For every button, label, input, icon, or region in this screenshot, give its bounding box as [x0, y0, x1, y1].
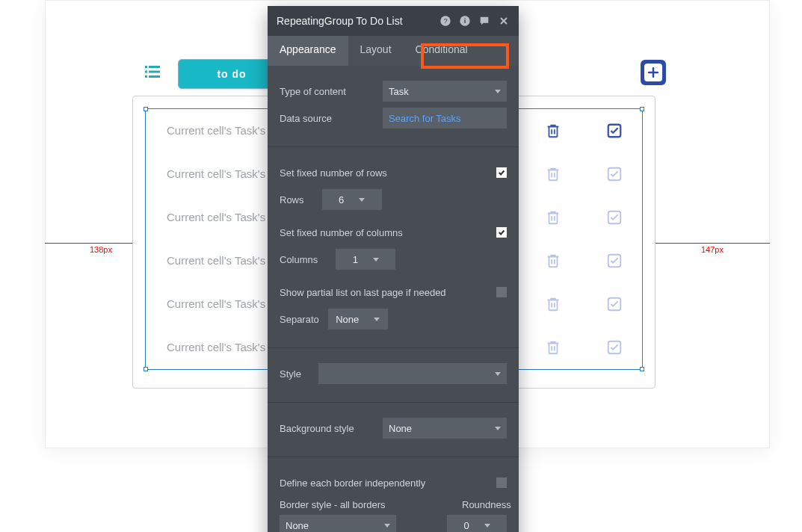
rows-label: Rows [280, 194, 304, 205]
tab-appearance[interactable]: Appearance [268, 36, 348, 66]
trash-icon[interactable] [545, 166, 561, 182]
roundness-label: Roundness [462, 499, 507, 510]
roundness-value: 0 [463, 520, 469, 531]
info-icon[interactable]: i [459, 15, 471, 27]
list-icon [144, 63, 161, 81]
svg-rect-5 [149, 75, 160, 78]
svg-text:i: i [464, 17, 466, 25]
style-label: Style [280, 368, 301, 380]
partial-list-label: Show partial list on last page if needed [280, 287, 446, 298]
data-source-input[interactable]: Search for Tasks [383, 108, 507, 129]
chevron-down-icon [495, 427, 501, 430]
section-style: Style [268, 347, 519, 402]
separator-label: Separato [280, 314, 319, 325]
style-dropdown[interactable] [318, 363, 507, 384]
check-icon[interactable] [606, 209, 623, 226]
close-icon[interactable] [498, 15, 510, 27]
check-icon[interactable] [606, 123, 623, 139]
chevron-down-icon [495, 372, 501, 376]
add-button[interactable] [641, 60, 666, 85]
border-style-dropdown[interactable]: None [280, 515, 396, 532]
comment-icon[interactable] [478, 15, 490, 27]
trash-icon[interactable] [545, 253, 561, 269]
guide-label-right: 147px [701, 245, 724, 254]
chevron-down-icon [384, 524, 390, 528]
check-icon[interactable] [606, 339, 623, 356]
type-of-content-value: Task [389, 86, 409, 97]
svg-text:?: ? [443, 17, 447, 25]
bgstyle-dropdown[interactable]: None [383, 418, 507, 439]
panel-header[interactable]: RepeatingGroup To Do List ? i [268, 6, 519, 36]
type-of-content-label: Type of content [280, 86, 346, 97]
border-indep-checkbox[interactable] [496, 477, 507, 488]
bgstyle-value: None [389, 423, 412, 434]
property-panel[interactable]: RepeatingGroup To Do List ? i Appearance… [268, 6, 519, 532]
svg-rect-0 [145, 66, 147, 68]
trash-icon[interactable] [545, 123, 561, 139]
check-icon[interactable] [606, 296, 623, 312]
guide-line-right [656, 243, 770, 244]
fixed-rows-label: Set fixed number of rows [280, 167, 387, 179]
rows-dropdown[interactable]: 6 [322, 189, 382, 210]
check-icon[interactable] [606, 166, 623, 182]
chevron-down-icon [484, 524, 490, 528]
trash-icon[interactable] [545, 339, 561, 356]
rows-value: 6 [339, 194, 344, 205]
svg-rect-2 [145, 71, 147, 73]
data-source-value: Search for Tasks [389, 113, 461, 124]
tab-conditional[interactable]: Conditional [404, 36, 480, 66]
chevron-down-icon [495, 90, 501, 93]
chevron-down-icon [373, 258, 379, 262]
guide-line-left [45, 243, 132, 244]
separator-value: None [336, 314, 359, 325]
fixed-rows-checkbox[interactable] [496, 167, 507, 178]
svg-rect-1 [149, 66, 160, 68]
bgstyle-label: Background style [280, 423, 354, 434]
border-indep-label: Define each border independently [280, 477, 425, 489]
section-content: Type of content Task Data source Search … [268, 66, 519, 146]
border-style-label: Border style - all borders [280, 499, 386, 510]
cols-value: 1 [353, 254, 358, 265]
data-source-label: Data source [280, 113, 332, 124]
separator-dropdown[interactable]: None [328, 309, 388, 330]
border-style-value: None [286, 520, 309, 531]
section-bg-style: Background style None [268, 402, 519, 457]
type-of-content-dropdown[interactable]: Task [383, 81, 507, 102]
help-icon[interactable]: ? [439, 15, 451, 27]
plus-icon [644, 64, 662, 81]
cols-label: Columns [280, 254, 318, 265]
chevron-down-icon [374, 318, 380, 321]
section-borders: Define each border independently Border … [268, 457, 519, 532]
fixed-cols-checkbox[interactable] [496, 227, 507, 238]
trash-icon[interactable] [545, 209, 561, 226]
fixed-cols-label: Set fixed number of columns [280, 227, 403, 238]
chevron-down-icon [359, 198, 365, 202]
todo-button-label: to do [217, 68, 246, 80]
svg-rect-3 [149, 71, 160, 73]
trash-icon[interactable] [545, 296, 561, 312]
section-rows-cols: Set fixed number of rows Rows 6 Set fixe… [268, 146, 519, 347]
guide-label-left: 138px [90, 245, 112, 254]
svg-rect-4 [145, 75, 147, 78]
partial-list-checkbox[interactable] [496, 287, 507, 297]
cols-dropdown[interactable]: 1 [336, 249, 395, 270]
roundness-input[interactable]: 0 [447, 515, 507, 532]
panel-title: RepeatingGroup To Do List [277, 15, 403, 27]
check-icon[interactable] [606, 253, 623, 269]
panel-tabs: Appearance Layout Conditional [268, 36, 519, 66]
tab-layout[interactable]: Layout [348, 36, 404, 66]
